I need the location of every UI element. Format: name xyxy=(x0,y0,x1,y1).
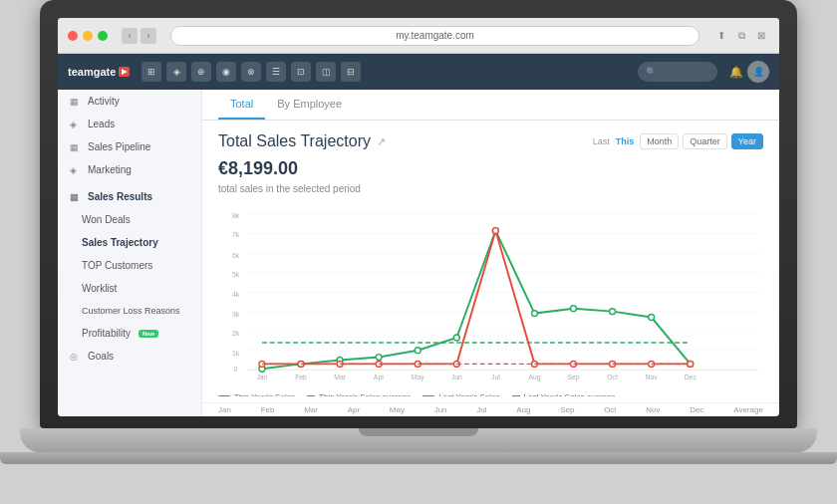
sidebar-item-label: Sales Pipeline xyxy=(88,141,150,152)
sidebar-item-profitability[interactable]: Profitability New xyxy=(58,322,201,345)
back-button[interactable]: ‹ xyxy=(122,28,138,44)
url-text: my.teamgate.com xyxy=(396,30,474,41)
svg-point-39 xyxy=(610,309,616,315)
svg-text:Jan: Jan xyxy=(256,374,267,380)
last-years-line xyxy=(262,231,691,365)
axis-average: Average xyxy=(733,405,763,414)
sidebar-item-label: Leads xyxy=(88,119,115,129)
sidebar-item-label: Customer Loss Reasons xyxy=(82,306,180,316)
svg-text:Jun: Jun xyxy=(451,374,462,380)
top-actions: 🔔 👤 xyxy=(729,61,769,83)
traffic-lights xyxy=(68,31,108,41)
axis-sep: Sep xyxy=(560,405,574,414)
legend-dash-this-year-avg xyxy=(307,395,315,396)
address-bar[interactable]: my.teamgate.com xyxy=(170,26,699,46)
forward-button[interactable]: › xyxy=(140,28,156,44)
sidebar-item-worklist[interactable]: Worklist xyxy=(58,277,201,300)
legend-color-last-year xyxy=(422,395,434,396)
topbar-icon-5[interactable]: ⊗ xyxy=(241,62,261,82)
legend-label: Last Year's Sales xyxy=(438,392,499,396)
legend-last-year-avg: Last Year's Sales average xyxy=(512,392,616,396)
topbar-icon-6[interactable]: ☰ xyxy=(266,62,286,82)
legend-last-year: Last Year's Sales xyxy=(422,392,499,396)
legend-label: Last Year's Sales average xyxy=(524,392,616,396)
axis-jul: Jul xyxy=(476,405,486,414)
svg-point-33 xyxy=(376,355,382,361)
close-button[interactable] xyxy=(68,31,78,41)
logo-badge: ▶ xyxy=(119,67,130,77)
svg-text:Apr: Apr xyxy=(374,374,385,381)
window-button[interactable]: ⧉ xyxy=(733,28,749,44)
browser-nav: ‹ › xyxy=(122,28,156,44)
svg-text:0: 0 xyxy=(234,366,238,373)
laptop: ‹ › my.teamgate.com ⬆ ⧉ ⊠ teamgate ▶ xyxy=(0,0,837,504)
top-bar: teamgate ▶ ⊞ ◈ ⊕ ◉ ⊗ ☰ ⊡ ◫ ⊟ 🔍 xyxy=(58,54,779,90)
svg-text:May: May xyxy=(412,374,424,381)
tab-by-employee[interactable]: By Employee xyxy=(265,90,354,120)
topbar-icon-4[interactable]: ◉ xyxy=(216,62,236,82)
sidebar-item-won-deals[interactable]: Won Deals xyxy=(58,208,201,231)
svg-point-40 xyxy=(649,315,655,321)
sidebar-item-customer-loss[interactable]: Customer Loss Reasons xyxy=(58,300,201,322)
share-button[interactable]: ⬆ xyxy=(713,28,729,44)
maximize-button[interactable] xyxy=(98,31,108,41)
sidebar-item-top-customers[interactable]: TOP Customers xyxy=(58,254,201,277)
svg-point-48 xyxy=(492,228,498,234)
svg-text:2k: 2k xyxy=(232,330,240,337)
svg-text:Sep: Sep xyxy=(567,374,579,381)
sidebar-item-leads[interactable]: ◈ Leads xyxy=(58,113,201,135)
svg-point-38 xyxy=(571,306,577,312)
topbar-icon-7[interactable]: ⊡ xyxy=(291,62,311,82)
legend-label: This Year's Sales xyxy=(234,392,295,396)
axis-oct: Oct xyxy=(604,405,616,414)
main-content: Total By Employee Total Sales Trajectory… xyxy=(202,90,779,416)
time-controls: Last This Month Quarter Year xyxy=(593,133,763,149)
svg-text:4k: 4k xyxy=(232,291,240,298)
sidebar-item-label: Sales Trajectory xyxy=(82,237,158,248)
tab-total[interactable]: Total xyxy=(218,90,265,120)
svg-point-35 xyxy=(453,335,459,341)
sidebar-item-sales-pipeline[interactable]: ▦ Sales Pipeline xyxy=(58,135,201,158)
topbar-icon-9[interactable]: ⊟ xyxy=(341,62,361,82)
sidebar-item-marketing[interactable]: ◈ Marketing xyxy=(58,158,201,181)
chart-svg: 8k 7k 6k 5k 4k 3k 2k 1k 0 xyxy=(218,204,763,388)
topbar-icon-8[interactable]: ◫ xyxy=(316,62,336,82)
topbar-icon-1[interactable]: ⊞ xyxy=(141,62,161,82)
sidebar-item-goals[interactable]: ◎ Goals xyxy=(58,345,201,368)
year-button[interactable]: Year xyxy=(731,133,763,149)
svg-text:Nov: Nov xyxy=(646,374,659,380)
svg-text:Feb: Feb xyxy=(295,374,307,380)
screen: ‹ › my.teamgate.com ⬆ ⧉ ⊠ teamgate ▶ xyxy=(58,18,779,416)
topbar-icon-3[interactable]: ⊕ xyxy=(191,62,211,82)
page-title-row: Total Sales Trajectory ↗ Last This Month… xyxy=(218,132,763,150)
svg-text:6k: 6k xyxy=(232,252,240,259)
fullscreen-button[interactable]: ⊠ xyxy=(753,28,769,44)
minimize-button[interactable] xyxy=(83,31,93,41)
top-search[interactable]: 🔍 xyxy=(638,62,717,82)
laptop-lid: ‹ › my.teamgate.com ⬆ ⧉ ⊠ teamgate ▶ xyxy=(40,0,797,428)
expand-icon[interactable]: ↗ xyxy=(377,135,386,148)
sidebar-item-label: Marketing xyxy=(88,164,132,175)
svg-text:1k: 1k xyxy=(232,350,240,357)
quarter-button[interactable]: Quarter xyxy=(683,133,727,149)
notification-button[interactable]: 🔔 xyxy=(729,66,743,79)
sidebar-item-label: TOP Customers xyxy=(82,260,152,271)
sales-results-icon: ▦ xyxy=(70,192,82,202)
content-tabs: Total By Employee xyxy=(202,90,779,121)
sidebar-item-sales-trajectory[interactable]: Sales Trajectory xyxy=(58,231,201,254)
logo-text: teamgate xyxy=(68,66,116,78)
axis-jan: Jan xyxy=(218,405,231,414)
total-label: total sales in the selected period xyxy=(218,183,763,194)
svg-point-37 xyxy=(532,311,538,317)
svg-text:Dec: Dec xyxy=(685,374,698,380)
marketing-icon: ◈ xyxy=(70,165,82,175)
sidebar-item-label: Goals xyxy=(88,351,114,362)
laptop-base xyxy=(20,428,817,452)
axis-dec: Dec xyxy=(690,405,703,414)
month-button[interactable]: Month xyxy=(640,133,679,149)
topbar-icon-2[interactable]: ◈ xyxy=(166,62,186,82)
avatar[interactable]: 👤 xyxy=(747,61,769,83)
sidebar-item-activity[interactable]: ▦ Activity xyxy=(58,90,201,113)
legend-label: This Year's Sales average xyxy=(319,392,411,396)
this-label: This xyxy=(616,136,635,146)
